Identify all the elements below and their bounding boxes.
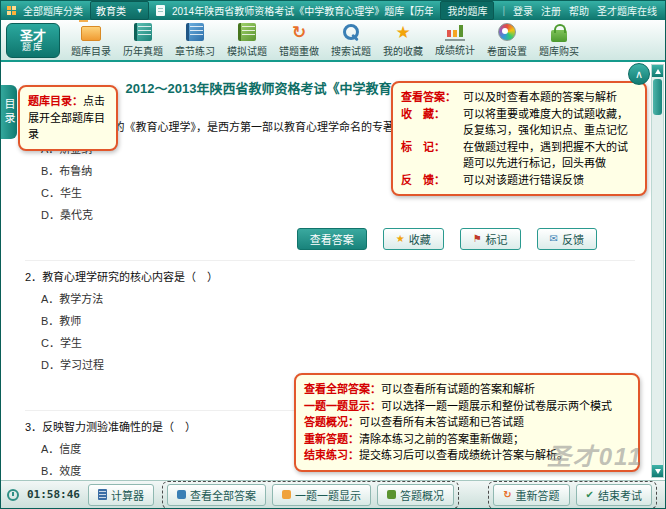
check-icon: ✔ bbox=[586, 490, 594, 500]
question-stem: 2．教育心理学研究的核心内容是（ ） bbox=[25, 268, 635, 284]
back-to-top-button[interactable]: ∧ bbox=[628, 63, 650, 85]
question-actions: 查看答案 ★ 收藏 ⚑ 标记 ✉ 反馈 bbox=[25, 228, 597, 250]
callout-row: 一题一题显示：可以选择一题一题展示和整份试卷展示两个模式 bbox=[304, 398, 630, 415]
option-a[interactable]: A．教学方法 bbox=[41, 290, 635, 306]
triangle-down-icon bbox=[655, 469, 661, 474]
catalog-side-tab[interactable]: 目录 bbox=[1, 85, 17, 139]
scroll-up-button[interactable] bbox=[652, 65, 663, 77]
callout-row: 答题概况：可以查看所有未答试题和已答试题 bbox=[304, 414, 630, 431]
callout-desc: 可以选择一题一题展示和整份试卷展示两个模式 bbox=[381, 400, 612, 412]
callout-label: 答题概况： bbox=[304, 416, 359, 428]
view-all-label: 查看全部答案 bbox=[190, 487, 256, 503]
one-by-one-label: 一题一题显示 bbox=[295, 487, 361, 503]
toolbar-item-settings[interactable]: 卷面设置 bbox=[483, 22, 531, 58]
calculator-icon bbox=[98, 489, 107, 500]
option-c[interactable]: C．学生 bbox=[41, 334, 635, 350]
timer-clock-icon bbox=[7, 489, 19, 501]
mark-button[interactable]: ⚑ 标记 bbox=[460, 228, 521, 250]
search-icon bbox=[341, 22, 361, 42]
watermark: 圣才011 bbox=[547, 437, 643, 472]
redo-icon: ↻ bbox=[503, 490, 511, 500]
callout-row: 标 记： 在做题过程中，遇到把握不大的试题可以先进行标记，回头再做 bbox=[401, 139, 637, 172]
callout-row: 查看全部答案：可以查看所有试题的答案和解析 bbox=[304, 381, 630, 398]
toolbar-item-mock-tests[interactable]: 模拟试题 bbox=[223, 22, 271, 58]
calculator-button[interactable]: 计算器 bbox=[88, 484, 154, 506]
book-icon bbox=[238, 23, 256, 41]
scrollbar-thumb[interactable] bbox=[653, 79, 662, 115]
overview-icon bbox=[387, 490, 396, 499]
register-link[interactable]: 注册 bbox=[541, 3, 561, 18]
redo-label: 重新答题 bbox=[516, 487, 560, 503]
toolbar-item-redo-wrong[interactable]: ↻ 错题重做 bbox=[275, 22, 323, 58]
question-text: 反映智力测验准确性的是（ ） bbox=[42, 421, 196, 433]
question-number: 2． bbox=[25, 271, 42, 283]
option-d[interactable]: D．桑代克 bbox=[41, 206, 635, 222]
scroll-down-button[interactable] bbox=[652, 465, 663, 477]
help-link[interactable]: 帮助 bbox=[569, 3, 589, 18]
document-icon bbox=[156, 5, 165, 16]
toolbar-item-catalog[interactable]: 题库目录 bbox=[67, 22, 115, 58]
toolbar-item-chapter-practice[interactable]: 章节练习 bbox=[171, 22, 219, 58]
callout-label: 查看答案： bbox=[401, 89, 463, 106]
exam-control-group: ↻ 重新答题 ✔ 结束考试 bbox=[488, 481, 657, 509]
toolbar-item-label: 模拟试题 bbox=[227, 43, 267, 58]
top-title-bar: 全部题库分类 教育类 ▼ 2014年陕西省教师资格考试《中学教育心理学》题库【历… bbox=[1, 1, 665, 20]
callout-question-actions-tip: 查看答案： 可以及时查看本题的答案与解析 收 藏： 可以将重要或难度大的试题收藏… bbox=[391, 81, 647, 196]
callout-desc: 清除本练习之前的答案重新做题； bbox=[359, 433, 524, 445]
chevron-down-icon: ▼ bbox=[136, 7, 143, 14]
question-text: 教育心理学研究的核心内容是（ ） bbox=[42, 271, 218, 283]
question-number: 3． bbox=[25, 421, 42, 433]
book-icon bbox=[134, 23, 152, 41]
main-toolbar: 圣才 题库 题库目录 历年真题 章节练习 模拟试题 ↻ 错题重做 搜索试题 ★ bbox=[1, 20, 665, 62]
callout-label: 收 藏： bbox=[401, 106, 463, 139]
toolbar-item-stats[interactable]: 成绩统计 bbox=[431, 23, 479, 57]
callout-desc: 在做题过程中，遇到把握不大的试题可以先进行标记，回头再做 bbox=[463, 139, 637, 172]
favorite-button[interactable]: ★ 收藏 bbox=[383, 228, 444, 250]
login-link[interactable]: 登录 bbox=[513, 3, 533, 18]
callout-label: 反 馈： bbox=[401, 172, 463, 189]
callout-row: 查看答案： 可以及时查看本题的答案与解析 bbox=[401, 89, 637, 106]
vertical-scrollbar[interactable] bbox=[651, 64, 664, 478]
topbar-links: 我的题库 | 登录 注册 帮助 圣才题库在线 bbox=[440, 1, 657, 20]
one-by-one-button[interactable]: 一题一题显示 bbox=[272, 484, 371, 506]
finish-label: 结束考试 bbox=[598, 487, 642, 503]
feedback-button[interactable]: ✉ 反馈 bbox=[537, 228, 597, 250]
view-answer-button[interactable]: 查看答案 bbox=[297, 228, 367, 250]
folder-icon bbox=[81, 26, 101, 41]
toolbar-item-purchase[interactable]: 题库购买 bbox=[535, 22, 583, 58]
my-library-link[interactable]: 我的题库 bbox=[440, 1, 494, 20]
online-site-link[interactable]: 圣才题库在线 bbox=[597, 3, 657, 18]
callout-label: 结束练习： bbox=[304, 449, 359, 461]
callout-desc: 可以及时查看本题的答案与解析 bbox=[463, 89, 637, 106]
option-b[interactable]: B．教师 bbox=[41, 312, 635, 328]
category-dropdown-value: 教育类 bbox=[96, 3, 126, 18]
toolbar-item-favorites[interactable]: ★ 我的收藏 bbox=[379, 22, 427, 58]
calculator-label: 计算器 bbox=[111, 487, 144, 503]
toolbar-item-search[interactable]: 搜索试题 bbox=[327, 22, 375, 58]
divider: | bbox=[502, 5, 505, 16]
view-all-answers-button[interactable]: 查看全部答案 bbox=[167, 484, 266, 506]
palette-icon bbox=[498, 23, 516, 41]
option-d[interactable]: D．学习过程 bbox=[41, 356, 635, 372]
star-icon: ★ bbox=[396, 234, 405, 244]
shopping-bag-icon bbox=[551, 30, 567, 42]
triangle-up-icon bbox=[655, 69, 661, 74]
callout-desc: 提交练习后可以查看成绩统计答案与解析。 bbox=[359, 449, 568, 461]
logo-text-top: 圣才 bbox=[20, 29, 46, 43]
toolbar-item-label: 题库购买 bbox=[539, 43, 579, 58]
mark-label: 标记 bbox=[486, 231, 508, 247]
callout-desc: 可以对该题进行错误反馈 bbox=[463, 172, 637, 189]
redo-answers-button[interactable]: ↻ 重新答题 bbox=[493, 484, 569, 506]
bar-chart-icon bbox=[445, 23, 465, 41]
toolbar-item-past-papers[interactable]: 历年真题 bbox=[119, 22, 167, 58]
callout-label: 重新答题： bbox=[304, 433, 359, 445]
categories-grid-icon bbox=[7, 6, 16, 15]
finish-exam-button[interactable]: ✔ 结束考试 bbox=[576, 484, 652, 506]
category-dropdown[interactable]: 教育类 ▼ bbox=[90, 1, 149, 20]
toolbar-item-label: 卷面设置 bbox=[487, 43, 527, 58]
redo-icon: ↻ bbox=[292, 24, 306, 41]
answer-overview-button[interactable]: 答题概况 bbox=[377, 484, 454, 506]
callout-label: 标 记： bbox=[401, 139, 463, 172]
toolbar-item-label: 章节练习 bbox=[175, 43, 215, 58]
all-categories-button[interactable]: 全部题库分类 bbox=[23, 3, 83, 18]
